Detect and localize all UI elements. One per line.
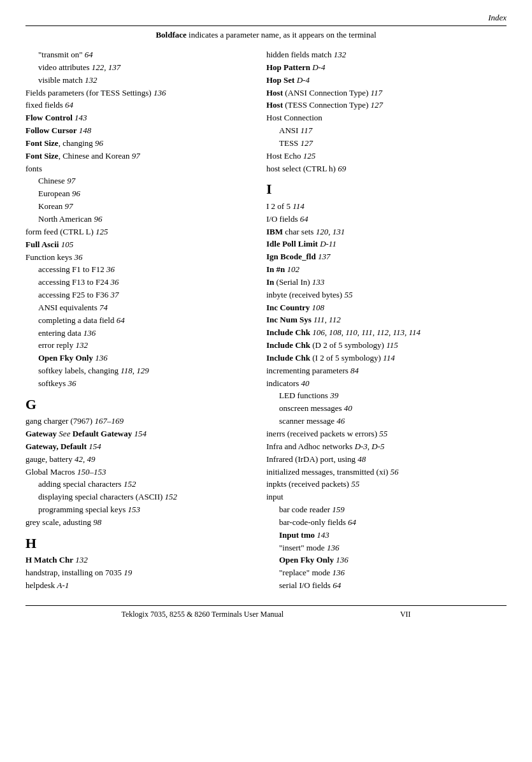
- header-title: Index: [488, 13, 507, 22]
- index-entry: Font Size, changing 96: [25, 138, 247, 150]
- index-entry: inpkts (received packets) 55: [266, 478, 507, 491]
- section-letter-h: H: [25, 535, 247, 552]
- index-entry: initialized messages, transmitted (xi) 5…: [266, 466, 507, 478]
- index-entry: In (Serial In) 133: [266, 277, 507, 289]
- index-entry: Inc Num Sys 111, 112: [266, 314, 507, 326]
- index-entry: Hop Set D-4: [266, 75, 507, 87]
- section-letter-i: I: [266, 181, 507, 198]
- index-entry: handstrap, installing on 7035 19: [25, 567, 247, 579]
- index-entry: "transmit on" 64: [25, 49, 247, 61]
- index-entry: entering data 136: [25, 327, 247, 340]
- index-entry: IBM char sets 120, 131: [266, 226, 507, 238]
- index-entry: serial I/O fields 64: [266, 580, 507, 592]
- index-entry: Function keys 36: [25, 252, 247, 264]
- index-entry: onscreen messages 40: [266, 403, 507, 415]
- index-entry: softkeys 36: [25, 378, 247, 390]
- index-entry: Gateway, Default 154: [25, 441, 247, 453]
- index-entry: Inc Country 108: [266, 302, 507, 314]
- index-entry: gang charger (7967) 167–169: [25, 415, 247, 428]
- index-entry: "replace" mode 136: [266, 567, 507, 579]
- index-entry: accessing F25 to F36 37: [25, 289, 247, 301]
- index-entry: In #n 102: [266, 264, 507, 276]
- index-entry: ANSI 117: [266, 125, 507, 137]
- index-entry: I/O fields 64: [266, 213, 507, 226]
- index-entry: Follow Cursor 148: [25, 125, 247, 137]
- subtitle-rest: indicates a parameter name, as it appear…: [187, 30, 377, 40]
- left-column: "transmit on" 64video attributes 122, 13…: [25, 49, 247, 593]
- index-entry: gauge, battery 42, 49: [25, 454, 247, 466]
- index-entry: helpdesk A-1: [25, 580, 247, 592]
- section-letter-g: G: [25, 396, 247, 413]
- index-entry: Font Size, Chinese and Korean 97: [25, 150, 247, 162]
- index-entry: error reply 132: [25, 340, 247, 352]
- index-entry: Global Macros 150–153: [25, 466, 247, 478]
- index-entry: Include Chk (I 2 of 5 symbology) 114: [266, 352, 507, 364]
- index-entry: ANSI equivalents 74: [25, 302, 247, 314]
- index-entry: fixed fields 64: [25, 99, 247, 111]
- index-entry: input: [266, 491, 507, 503]
- index-entry: hidden fields match 132: [266, 49, 507, 61]
- index-entry: fonts: [25, 163, 247, 175]
- subtitle: Boldface indicates a parameter name, as …: [25, 30, 507, 40]
- index-entry: Host Echo 125: [266, 150, 507, 162]
- index-entry: bar-code-only fields 64: [266, 517, 507, 529]
- index-entry: Idle Poll Limit D-11: [266, 238, 507, 250]
- index-entry: European 96: [25, 188, 247, 200]
- index-entry: bar code reader 159: [266, 504, 507, 516]
- page-footer: Teklogix 7035, 8255 & 8260 Terminals Use…: [25, 605, 507, 619]
- index-entry: Host Connection: [266, 112, 507, 124]
- index-entry: Hop Pattern D-4: [266, 62, 507, 74]
- index-entry: incrementing parameters 84: [266, 365, 507, 377]
- index-entry: Chinese 97: [25, 175, 247, 187]
- index-entry: Open Fky Only 136: [266, 554, 507, 566]
- right-column: hidden fields match 132Hop Pattern D-4Ho…: [266, 49, 507, 593]
- index-entry: completing a data field 64: [25, 315, 247, 327]
- index-entry: indicators 40: [266, 378, 507, 390]
- index-entry: displaying special characters (ASCII) 15…: [25, 491, 247, 503]
- index-entry: Input tmo 143: [266, 529, 507, 542]
- index-entry: accessing F13 to F24 36: [25, 277, 247, 289]
- index-entry: Fields parameters (for TESS Settings) 13…: [25, 87, 247, 99]
- index-entry: Infrared (IrDA) port, using 48: [266, 454, 507, 466]
- index-entry: Gateway See Default Gateway 154: [25, 428, 247, 440]
- index-entry: Include Chk 106, 108, 110, 111, 112, 113…: [266, 327, 507, 339]
- index-columns: "transmit on" 64video attributes 122, 13…: [25, 49, 507, 593]
- footer-left: Teklogix 7035, 8255 & 8260 Terminals Use…: [121, 610, 284, 619]
- index-entry: Flow Control 143: [25, 112, 247, 124]
- index-entry: programming special keys 153: [25, 504, 247, 516]
- index-entry: Include Chk (D 2 of 5 symbology) 115: [266, 340, 507, 352]
- index-entry: host select (CTRL h) 69: [266, 163, 507, 175]
- index-entry: form feed (CTRL L) 125: [25, 226, 247, 238]
- index-entry: "insert" mode 136: [266, 542, 507, 554]
- index-entry: Full Ascii 105: [25, 239, 247, 251]
- index-entry: Host (ANSI Connection Type) 117: [266, 87, 507, 99]
- index-entry: Open Fky Only 136: [25, 352, 247, 364]
- index-entry: I 2 of 5 114: [266, 201, 507, 213]
- index-entry: visible match 132: [25, 75, 247, 87]
- index-entry: North American 96: [25, 213, 247, 226]
- index-entry: video attributes 122, 137: [25, 62, 247, 74]
- subtitle-bold: Boldface: [155, 30, 186, 40]
- index-entry: accessing F1 to F12 36: [25, 264, 247, 276]
- index-entry: Ign Bcode_fld 137: [266, 251, 507, 263]
- index-entry: scanner message 46: [266, 415, 507, 428]
- index-entry: grey scale, adusting 98: [25, 517, 247, 529]
- index-entry: Korean 97: [25, 201, 247, 213]
- index-entry: inerrs (received packets w errors) 55: [266, 428, 507, 440]
- index-entry: softkey labels, changing 118, 129: [25, 365, 247, 377]
- index-entry: H Match Chr 132: [25, 554, 247, 566]
- index-entry: LED functions 39: [266, 390, 507, 402]
- index-entry: adding special characters 152: [25, 478, 247, 491]
- index-entry: Infra and Adhoc networks D-3, D-5: [266, 441, 507, 453]
- index-entry: Host (TESS Connection Type) 127: [266, 99, 507, 111]
- index-entry: TESS 127: [266, 138, 507, 150]
- index-entry: inbyte (received bytes) 55: [266, 289, 507, 301]
- page-header: Index: [25, 13, 507, 26]
- footer-right: VII: [400, 610, 411, 619]
